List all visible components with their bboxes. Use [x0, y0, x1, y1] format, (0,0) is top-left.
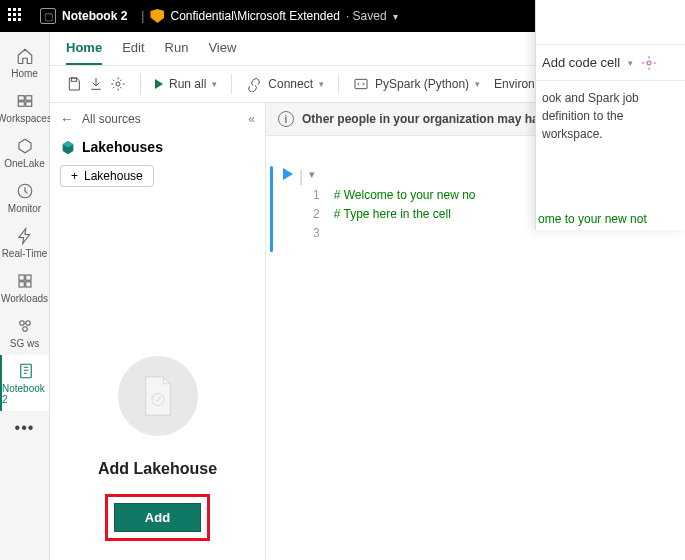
svg-point-10: [25, 321, 30, 326]
sensitivity-label[interactable]: Confidential\Microsoft Extended: [170, 9, 339, 23]
cell-active-indicator: [270, 166, 273, 252]
chevron-down-icon[interactable]: ▾: [393, 11, 398, 22]
home-icon: [15, 46, 35, 66]
tab-view[interactable]: View: [208, 40, 236, 65]
tab-run[interactable]: Run: [165, 40, 189, 65]
run-cell-icon[interactable]: [283, 168, 293, 180]
notebook-icon: [16, 361, 36, 381]
gear-icon[interactable]: [641, 55, 657, 71]
empty-illustration: [118, 356, 198, 436]
tab-edit[interactable]: Edit: [122, 40, 144, 65]
svg-rect-13: [71, 78, 76, 81]
panel-title: Lakehouses: [50, 135, 265, 163]
svg-rect-12: [20, 364, 31, 378]
settings-icon[interactable]: [110, 76, 126, 92]
workspace-icon: [15, 316, 35, 336]
monitor-icon: [15, 181, 35, 201]
svg-rect-6: [25, 275, 30, 280]
chevron-down-icon[interactable]: ▾: [628, 58, 633, 68]
workloads-icon: [15, 271, 35, 291]
add-code-cell-button[interactable]: Add code cell: [542, 55, 620, 70]
add-button[interactable]: Add: [114, 503, 201, 532]
back-arrow-icon[interactable]: ←: [60, 111, 74, 127]
onelake-icon: [15, 136, 35, 156]
overlay-description: ook and Spark job definition to the work…: [536, 81, 685, 151]
workspaces-icon: [15, 91, 35, 111]
info-icon: i: [278, 111, 294, 127]
tab-home[interactable]: Home: [66, 40, 102, 65]
rail-realtime[interactable]: Real-Time: [0, 220, 49, 265]
svg-rect-1: [25, 96, 31, 101]
rail-home[interactable]: Home: [0, 40, 49, 85]
svg-rect-5: [19, 275, 24, 280]
svg-rect-0: [18, 96, 24, 101]
rail-notebook2[interactable]: Notebook 2: [0, 355, 49, 411]
left-nav-rail: Home Workspaces OneLake Monitor Real-Tim…: [0, 32, 50, 560]
shield-icon: [150, 9, 164, 23]
chevron-down-icon[interactable]: ▾: [319, 79, 324, 89]
explorer-panel: ← All sources « Lakehouses + Lakehouse A…: [50, 103, 266, 560]
svg-rect-15: [355, 79, 367, 88]
document-title[interactable]: Notebook 2: [62, 9, 127, 23]
notebook-icon: ▢: [40, 8, 56, 24]
empty-state: Add Lakehouse Add: [50, 189, 265, 560]
svg-rect-3: [25, 102, 31, 107]
rail-onelake[interactable]: OneLake: [0, 130, 49, 175]
svg-point-11: [22, 327, 27, 332]
chevron-down-icon[interactable]: ▾: [309, 168, 315, 181]
run-all-button[interactable]: Run all ▾: [155, 77, 217, 91]
chevron-down-icon[interactable]: ▾: [475, 79, 480, 89]
overlay-fragment: Add code cell ▾ ook and Spark job defini…: [535, 0, 685, 230]
realtime-icon: [15, 226, 35, 246]
svg-rect-2: [18, 102, 24, 107]
connect-button[interactable]: Connect ▾: [246, 76, 324, 92]
line-gutter: 1 2 3: [313, 186, 320, 244]
cell-separator: |: [299, 168, 303, 186]
chevron-down-icon[interactable]: ▾: [212, 79, 217, 89]
save-icon[interactable]: [66, 76, 82, 92]
separator: |: [141, 9, 144, 23]
add-lakehouse-quick-button[interactable]: + Lakehouse: [60, 165, 154, 187]
empty-state-title: Add Lakehouse: [98, 460, 217, 478]
collapse-panel-icon[interactable]: «: [248, 112, 255, 126]
highlight-box: Add: [105, 494, 210, 541]
svg-point-14: [116, 82, 120, 86]
link-icon: [246, 76, 262, 92]
app-launcher-icon[interactable]: [8, 8, 24, 24]
download-icon[interactable]: [88, 76, 104, 92]
lakehouse-icon: [60, 139, 76, 155]
rail-monitor[interactable]: Monitor: [0, 175, 49, 220]
svg-point-9: [19, 321, 24, 326]
rail-sg-ws[interactable]: SG ws: [0, 310, 49, 355]
title-bar: ▢ Notebook 2 | Confidential\Microsoft Ex…: [0, 0, 538, 32]
save-status: · Saved: [346, 9, 387, 23]
play-icon: [155, 79, 163, 89]
language-selector[interactable]: PySpark (Python) ▾: [353, 76, 480, 92]
rail-workspaces[interactable]: Workspaces: [0, 85, 49, 130]
svg-rect-7: [19, 282, 24, 287]
svg-point-17: [647, 61, 651, 65]
rail-workloads[interactable]: Workloads: [0, 265, 49, 310]
svg-rect-8: [25, 282, 30, 287]
code-content[interactable]: # Welcome to your new no # Type here in …: [334, 186, 476, 244]
rail-more[interactable]: •••: [15, 411, 35, 445]
plus-icon: +: [71, 169, 78, 183]
code-icon: [353, 76, 369, 92]
all-sources-link[interactable]: All sources: [82, 112, 141, 126]
overlay-code: ome to your new not e here in the cell e: [536, 201, 685, 230]
